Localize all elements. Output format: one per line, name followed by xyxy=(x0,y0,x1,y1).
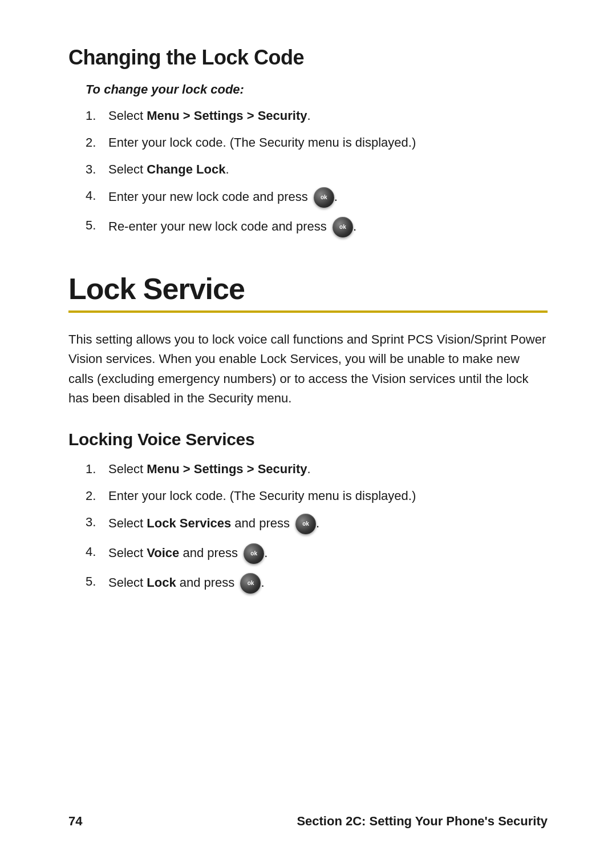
step-2: 2. Enter your lock code. (The Security m… xyxy=(86,134,548,152)
voice-step-number-1: 1. xyxy=(86,461,108,478)
voice-step-5: 5. Select Lock and press . xyxy=(86,573,548,594)
step-content-3: Select Change Lock. xyxy=(108,161,548,179)
changing-lock-subtitle: To change your lock code: xyxy=(86,82,548,97)
step-content-5: Re-enter your new lock code and press . xyxy=(108,217,548,237)
ok-button-icon-2 xyxy=(333,217,353,237)
step-1: 1. Select Menu > Settings > Security. xyxy=(86,107,548,125)
page-container: Changing the Lock Code To change your lo… xyxy=(0,0,616,863)
page-footer: 74 Section 2C: Setting Your Phone's Secu… xyxy=(68,814,548,829)
step-4: 4. Enter your new lock code and press . xyxy=(86,187,548,208)
step-number-1: 1. xyxy=(86,107,108,125)
voice-step-2: 2. Enter your lock code. (The Security m… xyxy=(86,487,548,505)
voice-step-1: 1. Select Menu > Settings > Security. xyxy=(86,461,548,478)
changing-lock-section: Changing the Lock Code To change your lo… xyxy=(68,46,548,237)
locking-voice-subsection: Locking Voice Services 1. Select Menu > … xyxy=(68,430,548,594)
voice-step-content-1: Select Menu > Settings > Security. xyxy=(108,461,548,478)
voice-step-content-2: Enter your lock code. (The Security menu… xyxy=(108,487,548,505)
ok-button-icon-5 xyxy=(240,573,261,594)
step-number-5: 5. xyxy=(86,217,108,235)
ok-button-icon-3 xyxy=(295,514,316,534)
changing-lock-title: Changing the Lock Code xyxy=(68,46,548,70)
ok-button-icon-4 xyxy=(244,543,264,564)
lock-service-description: This setting allows you to lock voice ca… xyxy=(68,330,548,408)
voice-step-content-4: Select Voice and press . xyxy=(108,543,548,564)
step-5: 5. Re-enter your new lock code and press… xyxy=(86,217,548,237)
lock-service-section: Lock Service This setting allows you to … xyxy=(68,272,548,594)
step-content-2: Enter your lock code. (The Security menu… xyxy=(108,134,548,152)
voice-step1-bold: Menu > Settings > Security xyxy=(147,462,307,476)
voice-step5-bold: Lock xyxy=(147,575,176,590)
step-number-3: 3. xyxy=(86,161,108,179)
voice-step4-bold: Voice xyxy=(147,546,179,560)
voice-step-content-3: Select Lock Services and press . xyxy=(108,514,548,534)
step-number-4: 4. xyxy=(86,187,108,205)
section-divider xyxy=(68,310,548,313)
locking-voice-steps: 1. Select Menu > Settings > Security. 2.… xyxy=(86,461,548,594)
step3-bold: Change Lock xyxy=(147,162,225,176)
step-content-4: Enter your new lock code and press . xyxy=(108,187,548,208)
voice-step-number-2: 2. xyxy=(86,487,108,505)
ok-button-icon-1 xyxy=(314,187,334,208)
changing-lock-steps: 1. Select Menu > Settings > Security. 2.… xyxy=(86,107,548,237)
step-content-1: Select Menu > Settings > Security. xyxy=(108,107,548,125)
voice-step-number-4: 4. xyxy=(86,543,108,561)
voice-step-3: 3. Select Lock Services and press . xyxy=(86,514,548,534)
step-number-2: 2. xyxy=(86,134,108,152)
voice-step-number-3: 3. xyxy=(86,514,108,531)
voice-step3-bold: Lock Services xyxy=(147,516,231,530)
footer-section-title: Section 2C: Setting Your Phone's Securit… xyxy=(297,814,548,829)
step1-bold: Menu > Settings > Security xyxy=(147,108,307,123)
locking-voice-title: Locking Voice Services xyxy=(68,430,548,449)
step-3: 3. Select Change Lock. xyxy=(86,161,548,179)
voice-step-4: 4. Select Voice and press . xyxy=(86,543,548,564)
voice-step-content-5: Select Lock and press . xyxy=(108,573,548,594)
lock-service-title: Lock Service xyxy=(68,272,548,306)
voice-step-number-5: 5. xyxy=(86,573,108,591)
page-number: 74 xyxy=(68,814,82,829)
